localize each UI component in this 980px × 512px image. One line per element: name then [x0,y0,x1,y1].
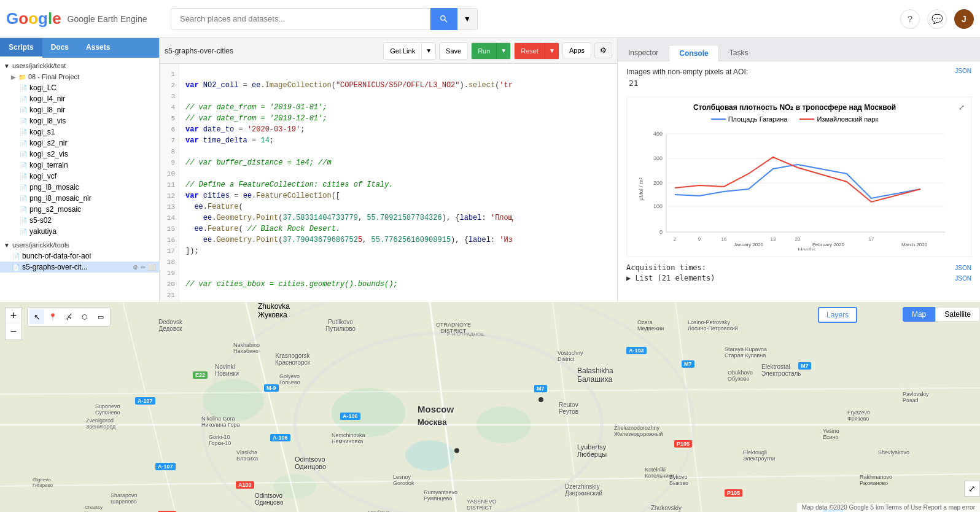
list-elements[interactable]: ▶ List (21 elements) [626,274,715,282]
map-line-tool[interactable]: 〆 [61,309,76,324]
map-rect-tool[interactable]: ▭ [93,309,108,324]
map-label-dedovsk: DedovskДедовск [158,319,182,332]
json-label-3[interactable]: JSON [955,275,971,282]
code-content[interactable]: var NO2_coll = ee.ImageCollection("COPER… [179,64,617,302]
chart-svg: 0 100 200 300 400 µMol / m² 2 9 [638,128,951,250]
road-badge-m7: M7 [682,360,694,368]
json-label-1[interactable]: JSON [955,68,971,74]
list-item[interactable]: 📄bunch-of-data-for-aoi [0,250,159,262]
search-input[interactable] [171,8,430,30]
map-label-suponevo: SuponevoСупонево [95,403,120,416]
map-cursor-tool[interactable]: ↖ [29,309,44,324]
feedback-button[interactable]: 💬 [927,9,947,29]
tab-scripts[interactable]: Scripts [0,38,42,58]
map-label-odintsovo-district: OdintsovoОдинцово [255,492,283,506]
svg-text:20: 20 [795,236,801,242]
map-polygon-tool[interactable]: ⬡ [77,309,92,324]
json-label-2[interactable]: JSON [955,265,971,271]
list-item[interactable]: 📄kogi_s2_vis [0,149,159,160]
road-badge-p105-2: P105 [725,489,742,497]
map-label-elektrostal: ElektrostalЭлектросталь [761,363,801,377]
road-badge-a107-1: A-107 [135,397,155,405]
list-item[interactable]: 📄s5-s02 [0,215,159,226]
list-item[interactable]: 📄kogi_terrain [0,160,159,171]
map-label-pn-otradnoye: Р-Н ОТРАДНОЕ [447,332,484,337]
app-title: Google Earth Engine [68,14,147,24]
folder-label: users/jarickkk/test [12,62,66,69]
file-edit-icon[interactable]: ✏ [141,264,146,271]
code-editor[interactable]: 123456789101112131415161718192021222324 … [160,64,617,302]
search-button[interactable] [430,8,457,30]
search-bar: ▼ [171,8,478,30]
file-icon: 📄 [20,162,27,169]
list-item[interactable]: 📄yakutiya [0,226,159,237]
zoom-out-button[interactable]: − [6,324,21,339]
run-dropdown[interactable]: ▼ [497,43,510,59]
fullscreen-button[interactable]: ⤢ [964,481,980,497]
main-layout: Scripts Docs Assets ▼ users/jarickkk/tes… [0,38,980,512]
left-panel: Scripts Docs Assets ▼ users/jarickkk/tes… [0,38,160,302]
line-numbers: 123456789101112131415161718192021222324 [160,64,179,302]
map-label-losino: Losino-PetrovskyЛосино-Петровский [688,319,738,332]
avatar[interactable]: J [954,9,974,29]
folder-label: 08 - Final Project [28,73,79,80]
map-label-yasenevo: YASENEVODISTRICT [467,498,497,511]
tab-inspector[interactable]: Inspector [618,44,669,61]
road-badge-m7-2: M7 [534,385,547,392]
get-link-dropdown[interactable]: ▼ [422,43,435,59]
list-item-active[interactable]: 📄 s5-graphs-over-cit... ⚙ ✏ ⬜ [0,262,159,273]
layers-button[interactable]: Layers [818,307,857,323]
tab-docs[interactable]: Docs [42,38,77,58]
left-tabs: Scripts Docs Assets [0,38,159,58]
map-btn-satellite[interactable]: Satellite [935,307,980,322]
list-item[interactable]: 📄png_l8_mosaic_nir [0,193,159,204]
map-label-pavlovskiy: PavlovskiyPosad [903,391,929,403]
folder-finalproject[interactable]: ▶ 📁 08 - Final Project [0,71,159,82]
folder-tools[interactable]: ▼ users/jarickkk/tools [0,239,159,250]
help-button[interactable]: ? [900,9,920,29]
map-point-tool[interactable]: 📍 [45,309,60,324]
map-label-zvenigorod: ZvenigorodЗвенигород [86,417,115,430]
tab-tasks[interactable]: Tasks [719,44,759,61]
list-item[interactable]: 📄kogi_vcf [0,171,159,182]
svg-text:Months: Months [798,247,816,250]
svg-text:100: 100 [653,203,663,209]
map-label-yesino: YesinoЕсино [823,428,839,440]
run-button[interactable]: Run [472,43,497,59]
map-btn-map[interactable]: Map [903,307,935,322]
file-share-icon[interactable]: ⬜ [148,264,155,271]
list-item[interactable]: 📄kogi_l4_nir [0,93,159,104]
folder-test[interactable]: ▼ users/jarickkk/test [0,60,159,71]
list-item[interactable]: 📄kogi_s2_nir [0,138,159,149]
list-item[interactable]: 📄png_s2_mosaic [0,204,159,215]
svg-text:200: 200 [653,180,663,186]
file-action-icon[interactable]: ⚙ [133,264,138,271]
map-label-zhukovka: ZhukovkaЖуковка [258,302,290,319]
map-area[interactable]: MoscowМосква DedovskДедовск PutilkovoПут… [0,302,980,512]
road-badge-a106: A-106 [340,413,360,420]
apps-button[interactable]: Apps [562,42,591,58]
list-item[interactable]: 📄kogi_l8_vis [0,115,159,126]
settings-button[interactable]: ⚙ [594,42,612,58]
svg-text:400: 400 [653,131,663,137]
zoom-in-button[interactable]: + [6,308,21,324]
file-icon: 📄 [20,195,27,202]
file-icon: 📄 [20,107,27,114]
file-icon: 📄 [20,85,27,91]
search-dropdown-btn[interactable]: ▼ [457,8,478,30]
list-item[interactable]: 📄kogi_l8_nir [0,104,159,115]
list-item[interactable]: 📄kogi_s1 [0,126,159,138]
expand-chart-icon[interactable]: ⤢ [959,103,965,112]
get-link-button[interactable]: Get Link [384,43,422,59]
tab-assets[interactable]: Assets [77,38,119,58]
map-label-reutov: ReutovРеутов [559,401,578,415]
list-item[interactable]: 📄png_l8_mosaic [0,182,159,193]
reset-button[interactable]: Reset [515,43,545,59]
map-dot-2 [454,448,459,453]
map-label-zhukovskiy: ZhukovskiyЖуковский [651,505,682,512]
save-button[interactable]: Save [440,43,467,59]
tab-console[interactable]: Console [669,45,718,61]
list-item[interactable]: 📄kogi_LC [0,82,159,93]
file-icon: 📄 [20,206,27,213]
reset-dropdown[interactable]: ▼ [545,43,559,59]
